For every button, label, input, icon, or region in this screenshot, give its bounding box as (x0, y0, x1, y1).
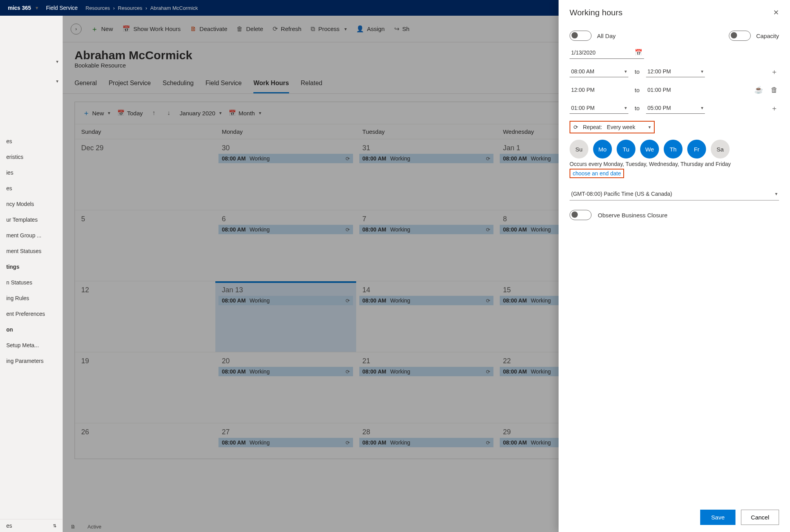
calendar-cell[interactable]: 12 (75, 281, 215, 352)
sidebar-item[interactable]: ment Statuses (0, 243, 62, 259)
day-button-we[interactable]: We (640, 140, 659, 159)
chevron-down-icon[interactable]: ▾ (56, 78, 58, 84)
calendar-cell[interactable]: 2008:00 AMWorking⟳ (215, 352, 356, 423)
day-button-sa[interactable]: Sa (711, 140, 730, 159)
sidebar-header: tings (0, 259, 62, 275)
plus-icon: ＋ (83, 108, 90, 118)
all-day-toggle[interactable] (570, 31, 592, 41)
cancel-button[interactable]: Cancel (741, 510, 779, 525)
trash-icon: 🗑 (237, 26, 243, 33)
calendar-event[interactable]: 08:00 AMWorking⟳ (218, 296, 353, 305)
calendar-event[interactable]: 08:00 AMWorking⟳ (359, 367, 493, 376)
share-button[interactable]: ↪Sh (394, 25, 410, 33)
calendar-event[interactable]: 08:00 AMWorking⟳ (359, 438, 493, 447)
break-icon[interactable]: ☕ (754, 86, 763, 94)
show-work-hours-button[interactable]: 📅Show Work Hours (122, 25, 181, 33)
sidebar-item[interactable]: ent Preferences (0, 306, 62, 322)
day-button-th[interactable]: Th (664, 140, 683, 159)
delete-slot-icon[interactable]: 🗑 (770, 86, 779, 94)
calendar-period-picker[interactable]: January 2020▾ (180, 110, 222, 117)
calendar-cell[interactable]: Dec 29 (75, 139, 215, 210)
calendar-event[interactable]: 08:00 AMWorking⟳ (218, 367, 353, 376)
deactivate-button[interactable]: 🗎Deactivate (190, 26, 228, 33)
sidebar-item[interactable]: ies (0, 165, 62, 180)
sidebar-item[interactable]: ment Group ... (0, 228, 62, 243)
module-name[interactable]: Field Service (46, 5, 78, 11)
tab-field-service[interactable]: Field Service (206, 76, 242, 93)
next-arrow-icon[interactable]: ↓ (165, 109, 173, 117)
sidebar-item[interactable]: ur Templates (0, 212, 62, 228)
calendar-new-button[interactable]: ＋New▾ (83, 108, 110, 118)
sidebar-item[interactable]: es (0, 133, 62, 149)
calendar-cell[interactable]: 708:00 AMWorking⟳ (356, 210, 497, 281)
date-input[interactable]: 1/13/2020 📅 (570, 46, 644, 59)
choose-end-date-link[interactable]: choose an end date (570, 169, 624, 178)
to-time[interactable]: 12:00 PM▾ (646, 66, 705, 77)
day-button-su[interactable]: Su (570, 140, 588, 159)
breadcrumb-item[interactable]: Resources (118, 5, 142, 11)
close-icon[interactable]: ✕ (773, 8, 779, 17)
chevron-down-icon[interactable]: ▾ (56, 59, 58, 64)
calendar-event[interactable]: 08:00 AMWorking⟳ (359, 296, 493, 305)
calendar-cell[interactable]: 19 (75, 352, 215, 423)
calendar-cell[interactable]: 3108:00 AMWorking⟳ (356, 139, 497, 210)
breadcrumb-item[interactable]: Resources (86, 5, 110, 11)
calendar-cell[interactable]: 1408:00 AMWorking⟳ (356, 281, 497, 352)
calendar-event[interactable]: 08:00 AMWorking⟳ (218, 438, 353, 447)
add-slot-icon[interactable]: ＋ (770, 104, 779, 113)
refresh-button[interactable]: ⟳Refresh (273, 25, 302, 33)
day-button-mo[interactable]: Mo (593, 140, 612, 159)
breadcrumb-item[interactable]: Abraham McCormick (150, 5, 198, 11)
capacity-toggle[interactable] (729, 31, 751, 41)
tab-scheduling[interactable]: Scheduling (163, 76, 194, 93)
sidebar-item[interactable]: eristics (0, 149, 62, 165)
timezone-selector[interactable]: (GMT-08:00) Pacific Time (US & Canada) ▾ (570, 188, 779, 200)
calendar-today-button[interactable]: 📅Today (117, 109, 143, 117)
day-button-tu[interactable]: Tu (617, 140, 635, 159)
calendar-event[interactable]: 08:00 AMWorking⟳ (218, 225, 353, 234)
app-brand[interactable]: mics 365 ▾ (8, 5, 38, 11)
sidebar-item[interactable]: ncy Models (0, 196, 62, 212)
sidebar-item[interactable]: es (0, 180, 62, 196)
calendar-cell[interactable]: 2808:00 AMWorking⟳ (356, 423, 497, 459)
tab-project-service[interactable]: Project Service (109, 76, 151, 93)
save-button[interactable]: Save (700, 510, 735, 525)
share-icon: ↪ (394, 25, 399, 33)
calendar-cell[interactable]: 2108:00 AMWorking⟳ (356, 352, 497, 423)
process-button[interactable]: ⧉Process▾ (311, 26, 346, 33)
delete-button[interactable]: 🗑Delete (237, 26, 263, 33)
sidebar-item[interactable]: ing Parameters (0, 353, 62, 369)
calendar-cell[interactable]: 3008:00 AMWorking⟳ (215, 139, 356, 210)
new-button[interactable]: ＋New (91, 24, 113, 34)
calendar-event[interactable]: 08:00 AMWorking⟳ (359, 154, 493, 163)
sidebar-item[interactable]: Setup Meta... (0, 337, 62, 353)
repeat-selector[interactable]: ⟳ Repeat: Every week ▾ (570, 121, 655, 133)
cell-date: 28 (359, 426, 493, 438)
calendar-event[interactable]: 08:00 AMWorking⟳ (359, 225, 493, 234)
prev-arrow-icon[interactable]: ↑ (150, 109, 158, 117)
to-time[interactable]: 05:00 PM▾ (646, 102, 705, 114)
calendar-cell[interactable]: 2708:00 AMWorking⟳ (215, 423, 356, 459)
assign-button[interactable]: 👤Assign (356, 25, 385, 33)
observe-closure-toggle[interactable] (570, 210, 592, 220)
from-time[interactable]: 08:00 AM▾ (570, 66, 628, 77)
process-label: Process (318, 26, 339, 32)
event-label: Working (531, 368, 551, 375)
sidebar-item[interactable]: ing Rules (0, 290, 62, 306)
event-time: 08:00 AM (222, 368, 246, 375)
calendar-cell[interactable]: 608:00 AMWorking⟳ (215, 210, 356, 281)
calendar-cell[interactable]: 5 (75, 210, 215, 281)
calendar-cell[interactable]: Jan 1308:00 AMWorking⟳ (215, 281, 356, 352)
sidebar-item[interactable]: n Statuses (0, 275, 62, 290)
add-slot-icon[interactable]: ＋ (770, 67, 779, 77)
tab-related[interactable]: Related (301, 76, 322, 93)
tab-work-hours[interactable]: Work Hours (253, 76, 289, 93)
tab-general[interactable]: General (75, 76, 97, 93)
from-time[interactable]: 01:00 PM▾ (570, 102, 628, 114)
calendar-cell[interactable]: 26 (75, 423, 215, 459)
sidebar-footer[interactable]: es ⇅ (0, 519, 63, 532)
calendar-view-picker[interactable]: 📅Month▾ (229, 109, 261, 117)
back-button[interactable]: › (71, 24, 82, 35)
calendar-event[interactable]: 08:00 AMWorking⟳ (218, 154, 353, 163)
day-button-fr[interactable]: Fr (687, 140, 706, 159)
